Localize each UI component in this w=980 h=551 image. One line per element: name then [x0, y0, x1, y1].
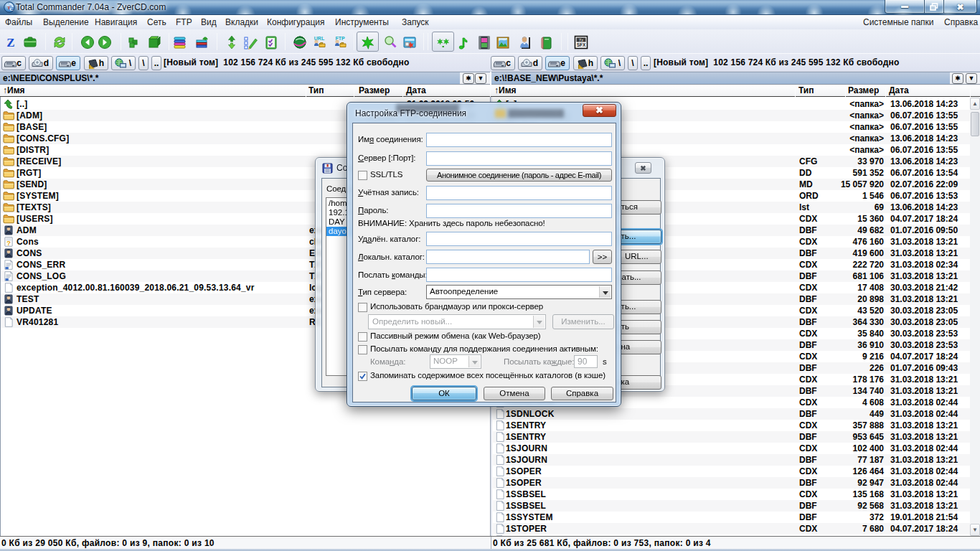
svg-text:Z: Z	[6, 36, 14, 50]
svg-text:C: C	[10, 6, 14, 12]
svg-text:?: ?	[6, 240, 11, 247]
svg-text:SFX: SFX	[577, 42, 586, 47]
